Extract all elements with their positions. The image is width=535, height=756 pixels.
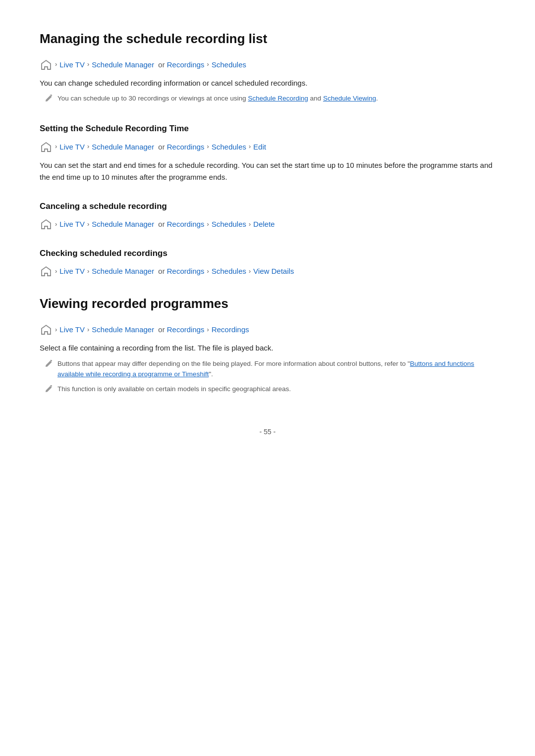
subsection-title-canceling: Canceling a schedule recording <box>40 200 495 213</box>
chevron-2: › <box>87 59 89 70</box>
pencil-icon-2 <box>45 359 53 371</box>
nav-link-schedules-2[interactable]: Schedules <box>212 141 246 153</box>
chevron-ch-4: › <box>249 266 251 277</box>
nav-path-canceling: › Live TV › Schedule Manager or Recordin… <box>40 218 495 231</box>
home-icon-2 <box>40 141 53 153</box>
note-text-viewing-2: This function is only available on certa… <box>57 384 291 395</box>
chevron-vr-1: › <box>55 325 57 335</box>
note-block-viewing-2: This function is only available on certa… <box>45 384 495 397</box>
chevron-st-3: › <box>207 142 209 152</box>
chevron-ch-3: › <box>207 266 209 277</box>
note-text-viewing-1: Buttons that appear may differ depending… <box>57 358 495 380</box>
nav-link-schedmgr-5[interactable]: Schedule Manager <box>92 324 154 336</box>
note-link-schedule-recording[interactable]: Schedule Recording <box>248 95 309 102</box>
subsection-title-checking: Checking scheduled recordings <box>40 247 495 260</box>
nav-link-livetv-2[interactable]: Live TV <box>59 141 85 153</box>
home-icon <box>40 58 53 71</box>
pencil-icon-1 <box>45 94 53 106</box>
home-icon-5 <box>40 323 53 336</box>
nav-path-checking: › Live TV › Schedule Manager or Recordin… <box>40 265 495 278</box>
nav-link-recordings-4[interactable]: Recordings <box>167 265 205 277</box>
chevron-vr-2: › <box>87 325 89 335</box>
nav-link-recordings-1[interactable]: Recordings <box>167 59 205 71</box>
nav-link-schedmgr-4[interactable]: Schedule Manager <box>92 265 154 277</box>
note-link-schedule-viewing[interactable]: Schedule Viewing <box>323 95 376 102</box>
nav-or-2: or <box>156 141 165 153</box>
nav-link-livetv-1[interactable]: Live TV <box>59 59 85 71</box>
nav-or-4: or <box>156 265 165 277</box>
chevron-ca-1: › <box>55 219 57 230</box>
nav-path-setting-time: › Live TV › Schedule Manager or Recordin… <box>40 141 495 153</box>
chevron-ca-2: › <box>87 219 89 230</box>
nav-link-recordings-2[interactable]: Recordings <box>167 141 205 153</box>
pencil-icon-3 <box>45 385 53 397</box>
chevron-st-2: › <box>87 142 89 152</box>
chevron-ca-3: › <box>207 219 209 230</box>
nav-link-livetv-4[interactable]: Live TV <box>59 265 85 277</box>
nav-link-recordings-3[interactable]: Recordings <box>167 218 205 230</box>
nav-link-schedmgr-1[interactable]: Schedule Manager <box>92 59 154 71</box>
nav-link-recordings-5[interactable]: Recordings <box>167 324 205 336</box>
note-block-managing: You can schedule up to 30 recordings or … <box>45 93 495 106</box>
nav-link-schedules-3[interactable]: Schedules <box>212 218 246 230</box>
nav-or-5: or <box>156 324 165 336</box>
nav-link-edit[interactable]: Edit <box>253 141 266 153</box>
nav-link-schedmgr-2[interactable]: Schedule Manager <box>92 141 154 153</box>
chevron-ca-4: › <box>249 219 251 230</box>
chevron-ch-1: › <box>55 266 57 277</box>
nav-link-delete[interactable]: Delete <box>253 218 274 230</box>
nav-link-recordings-6[interactable]: Recordings <box>212 324 249 336</box>
note-text-managing: You can schedule up to 30 recordings or … <box>57 93 378 104</box>
chevron-ch-2: › <box>87 266 89 277</box>
chevron-vr-3: › <box>207 325 209 335</box>
nav-or-3: or <box>156 218 165 230</box>
home-icon-3 <box>40 218 53 231</box>
nav-link-schedules-1[interactable]: Schedules <box>212 59 246 71</box>
chevron-st-1: › <box>55 142 57 152</box>
chevron-1: › <box>55 59 57 70</box>
nav-link-view-details[interactable]: View Details <box>253 265 294 277</box>
note-link-buttons-functions[interactable]: Buttons and functions available while re… <box>57 360 474 378</box>
section-title-managing: Managing the schedule recording list <box>40 29 495 50</box>
nav-or-1: or <box>156 59 165 71</box>
nav-link-livetv-3[interactable]: Live TV <box>59 218 85 230</box>
body-text-managing: You can change scheduled recording infor… <box>40 77 495 90</box>
page-number: - 55 - <box>40 426 495 437</box>
subsection-title-setting-time: Setting the Schedule Recording Time <box>40 122 495 135</box>
chevron-st-4: › <box>249 142 251 152</box>
nav-link-livetv-5[interactable]: Live TV <box>59 324 85 336</box>
body-text-viewing: Select a file containing a recording fro… <box>40 342 495 354</box>
nav-link-schedmgr-3[interactable]: Schedule Manager <box>92 218 154 230</box>
body-text-setting-time: You can set the start and end times for … <box>40 159 495 184</box>
chevron-3: › <box>207 59 209 70</box>
note-block-viewing-1: Buttons that appear may differ depending… <box>45 358 495 380</box>
nav-path-viewing: › Live TV › Schedule Manager or Recordin… <box>40 323 495 336</box>
home-icon-4 <box>40 265 53 278</box>
nav-path-managing: › Live TV › Schedule Manager or Recordin… <box>40 58 495 71</box>
section-title-viewing: Viewing recorded programmes <box>40 294 495 314</box>
nav-link-schedules-4[interactable]: Schedules <box>212 265 246 277</box>
